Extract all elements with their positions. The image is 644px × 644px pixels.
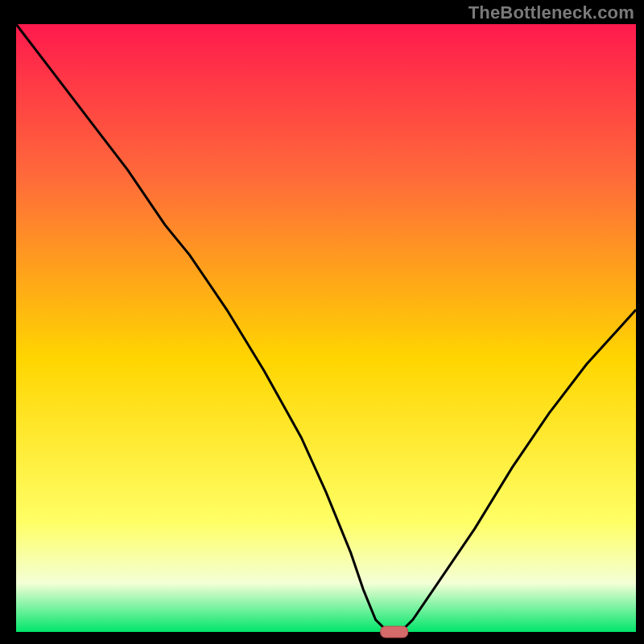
optimal-marker bbox=[381, 626, 408, 638]
gradient-background bbox=[16, 24, 636, 632]
chart-frame: TheBottleneck.com bbox=[0, 0, 644, 644]
bottleneck-chart bbox=[0, 0, 644, 644]
